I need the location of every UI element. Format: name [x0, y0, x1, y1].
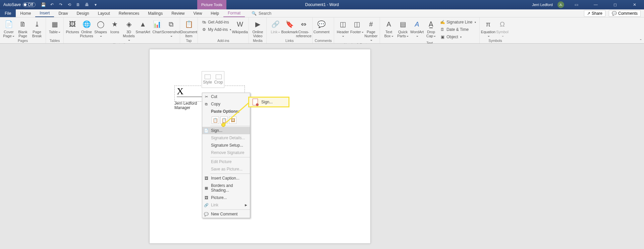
pictures-button[interactable]: 🖼Pictures [66, 19, 79, 34]
redo-icon[interactable]: ↷ [58, 2, 64, 8]
tab-design[interactable]: Design [72, 9, 93, 17]
symbol-button: ΩSymbol [496, 19, 509, 38]
table-button[interactable]: ▦Table [48, 19, 61, 34]
document-page[interactable] [149, 49, 371, 244]
autosave-toggle[interactable]: Off [23, 2, 36, 7]
icons-button[interactable]: ★Icons [108, 19, 121, 34]
bookmark-button[interactable]: 🔖Bookmark [283, 19, 296, 34]
sync-icon[interactable]: ⟲ [66, 2, 72, 8]
minimize-icon[interactable]: — [588, 0, 603, 9]
object-button[interactable]: ▣Object▾ [438, 34, 477, 40]
date-time-button[interactable]: 🗓Date & Time [438, 26, 477, 33]
group-label-media: Media [251, 38, 264, 43]
collapse-ribbon-icon[interactable]: ⌃ [639, 39, 642, 42]
header-button[interactable]: ◫Header [336, 19, 350, 38]
smartart-button[interactable]: ▲SmartArt [136, 19, 150, 34]
maximize-icon[interactable]: ◻ [608, 0, 623, 9]
close-icon[interactable]: ✕ [627, 0, 642, 9]
drop-cap-button[interactable]: A̲Drop Cap [424, 19, 438, 38]
tab-format[interactable]: Format [223, 9, 245, 17]
chart-icon: 📊 [152, 19, 162, 30]
group-header-footer: ◫Header ◫Footer #Page Number Header & Fo… [334, 17, 380, 43]
borders-icon: ▦ [204, 185, 209, 191]
comment-button[interactable]: 💬Comment [315, 19, 328, 34]
tab-review[interactable]: Review [167, 9, 189, 17]
tab-draw[interactable]: Draw [54, 9, 72, 17]
autosave-control[interactable]: AutoSave Off [0, 2, 39, 7]
online-pictures-button[interactable]: 🌐Online Pictures [80, 19, 93, 38]
user-avatar[interactable]: JL [557, 1, 564, 8]
ctx-new-comment[interactable]: 💬New Comment [202, 210, 250, 218]
ctx-remove-signature: Remove Signature [202, 149, 250, 156]
user-name[interactable]: Jerri Ledford [532, 3, 553, 7]
quick-parts-button[interactable]: ▤Quick Parts [396, 19, 410, 38]
tab-layout[interactable]: Layout [94, 9, 114, 17]
context-menu: ✂Cut ⧉Copy Paste Options: 📋 📋 🖼 📄Sign...… [202, 93, 250, 218]
group-pages: 📄Cover Page 🗎Blank Page ⤓Page Break Page… [0, 17, 46, 43]
save-icon[interactable]: 💾 [40, 2, 46, 8]
signature-line-button[interactable]: ✍Signature Line▾ [438, 19, 477, 26]
ctx-insert-caption[interactable]: 🖼Insert Caption... [202, 175, 250, 182]
page-break-button[interactable]: ⤓Page Break [30, 19, 44, 38]
screenshot-icon: ⧉ [166, 19, 176, 30]
group-links: 🔗Link 🔖Bookmark ⇔Cross-reference Links [267, 17, 313, 43]
ctx-cut[interactable]: ✂Cut [202, 93, 250, 100]
ctx-copy[interactable]: ⧉Copy [202, 100, 250, 108]
ctx-borders-shading[interactable]: ▦Borders and Shading... [202, 182, 250, 194]
document-item-icon: 📋 [183, 19, 194, 30]
new-comment-icon: 💬 [204, 211, 209, 217]
equation-button[interactable]: πEquation [482, 19, 495, 38]
document-canvas[interactable]: X Jerri Ledford Manager Style Crop ✂Cut … [0, 44, 644, 249]
tab-view[interactable]: View [189, 9, 207, 17]
xref-button[interactable]: ⇔Cross-reference [297, 19, 310, 38]
paste-picture-icon[interactable]: 🖼 [229, 116, 236, 124]
ctx-signature-setup[interactable]: Signature Setup... [202, 142, 250, 149]
footer-button[interactable]: ◫Footer [350, 19, 364, 34]
header-icon: ◫ [337, 19, 348, 30]
blank-page-button[interactable]: 🗎Blank Page [16, 19, 30, 38]
link-icon: 🔗 [204, 202, 209, 208]
wordart-button[interactable]: AWordArt [410, 19, 424, 38]
screenshot-button[interactable]: ⧉Screenshot [164, 19, 178, 38]
tab-mailings[interactable]: Mailings [144, 9, 167, 17]
group-tables: ▦Table Tables [46, 17, 64, 43]
style-button[interactable]: Style [202, 71, 213, 88]
my-addins-button[interactable]: ⚙My Add-ins▾ [200, 26, 232, 33]
new-doc-icon[interactable]: 🗎 [75, 2, 81, 8]
models-button[interactable]: ◈3D Models [122, 19, 136, 42]
qat-customize-icon[interactable]: ▾ [93, 2, 99, 8]
comments-label: Comments [618, 11, 638, 16]
ctx-sign[interactable]: 📄Sign... [202, 127, 250, 134]
toggle-knob-icon [24, 3, 26, 6]
undo-icon[interactable]: ↶ [49, 2, 55, 8]
wikipedia-button[interactable]: WWikipedia [233, 19, 247, 34]
tab-insert[interactable]: Insert [35, 9, 54, 17]
ctx-picture[interactable]: 🖼Picture... [202, 194, 250, 201]
paste-keep-source-icon[interactable]: 📋 [212, 116, 219, 124]
crop-button[interactable]: Crop [213, 71, 224, 88]
tab-references[interactable]: References [114, 9, 144, 17]
ribbon-mode-icon[interactable]: ▭ [569, 0, 584, 9]
tell-me-search[interactable]: 🔍 Search [245, 9, 278, 17]
share-icon: ↗ [587, 11, 590, 16]
group-text: AText Box ▤Quick Parts AWordArt A̲Drop C… [380, 17, 479, 43]
get-addins-button[interactable]: 🛍Get Add-ins [200, 19, 232, 26]
tab-file[interactable]: File [0, 9, 16, 17]
page-number-icon: # [366, 19, 376, 30]
shapes-button[interactable]: ◯Shapes [94, 19, 107, 38]
ctx-paste-options: 📋 📋 🖼 [202, 115, 250, 125]
document-item-button[interactable]: 📋Document Item [182, 19, 196, 38]
online-video-button[interactable]: ▶Online Video [251, 19, 264, 38]
share-button[interactable]: ↗ Share [584, 10, 605, 17]
group-label-tables: Tables [48, 38, 61, 43]
caption-icon: 🖼 [204, 176, 209, 181]
ctx-edit-picture: Edit Picture [202, 158, 250, 165]
text-box-button[interactable]: AText Box [382, 19, 395, 38]
print-icon[interactable]: 🖶 [84, 2, 90, 8]
tab-help[interactable]: Help [206, 9, 223, 17]
page-number-button[interactable]: #Page Number [364, 19, 378, 42]
tab-home[interactable]: Home [16, 9, 35, 17]
comments-button[interactable]: 💬 Comments [609, 10, 641, 17]
menu-tabs: File Home Insert Draw Design Layout Refe… [0, 9, 644, 17]
cover-page-button[interactable]: 📄Cover Page [2, 19, 15, 38]
